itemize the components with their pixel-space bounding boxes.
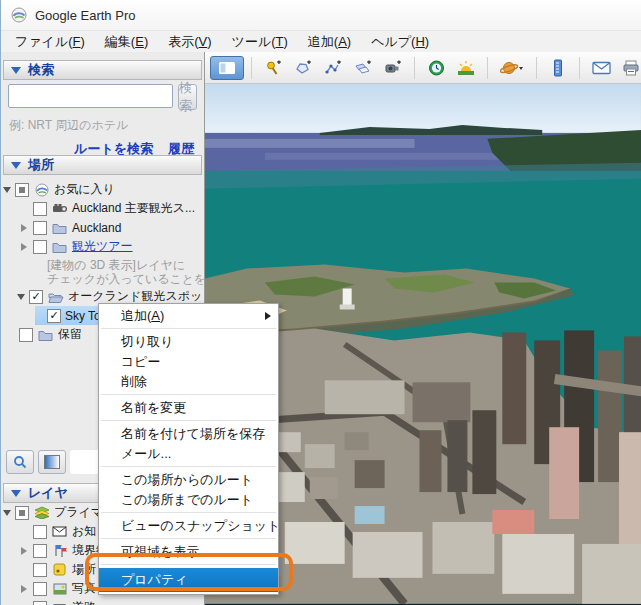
sunlight-button[interactable] [452, 56, 480, 80]
add-path-button[interactable] [319, 56, 347, 80]
clock-icon [428, 60, 445, 76]
collapsed-arrow-icon[interactable] [21, 585, 27, 593]
add-placemark-button[interactable] [259, 56, 287, 80]
sun-icon [457, 60, 475, 76]
folder-icon [37, 328, 54, 342]
collapsed-arrow-icon[interactable] [21, 547, 27, 555]
menu-separator [101, 420, 276, 421]
expanded-arrow-icon[interactable] [17, 294, 25, 300]
menu-item-save-place-as[interactable]: 名前を付けて場所を保存 [99, 424, 278, 444]
tree-item-auckland-tour[interactable]: Auckland 主要観光ス... [21, 199, 204, 218]
checkbox-checked[interactable] [47, 309, 61, 323]
checkbox-unchecked[interactable] [33, 601, 47, 605]
record-tour-button[interactable] [379, 56, 407, 80]
menu-separator [101, 564, 276, 565]
checkbox-unchecked[interactable] [33, 221, 47, 235]
checkbox-partial[interactable] [15, 183, 29, 197]
menu-item-snapshot-view[interactable]: ビューのスナップショット [99, 516, 278, 536]
menu-add[interactable]: 追加(A) [298, 31, 361, 53]
tree-item-label[interactable]: 観光ツアー [72, 238, 133, 255]
opacity-gradient-icon [44, 455, 60, 469]
menu-bar: ファイル(F) 編集(E) 表示(V) ツール(T) 追加(A) ヘルプ(H) [1, 31, 641, 54]
checkbox-unchecked[interactable] [33, 563, 47, 577]
menu-item-add[interactable]: 追加(A) [99, 306, 278, 326]
tree-item-my-places[interactable]: お気に入り [3, 180, 204, 199]
layer-item-roads[interactable]: 道路 [21, 598, 204, 605]
checkbox-unchecked[interactable] [33, 525, 47, 539]
places-panel-title: 場所 [28, 156, 54, 174]
collapsed-arrow-icon[interactable] [21, 224, 27, 232]
checkbox-unchecked[interactable] [33, 202, 47, 216]
sidebar-panel-icon [218, 61, 236, 75]
search-button[interactable]: 検索 [178, 84, 197, 110]
places-panel-header[interactable]: 場所 [3, 155, 202, 175]
search-example-hint: 例: NRT 周辺のホテル [9, 117, 128, 134]
folder-icon [51, 221, 68, 235]
submenu-arrow-icon [265, 312, 271, 320]
menu-separator [101, 538, 276, 539]
layer-item-label: 道路 [72, 599, 96, 605]
checkbox-unchecked[interactable] [19, 328, 33, 342]
checkbox-partial[interactable] [15, 506, 29, 520]
layer-item-label: 写真 [72, 580, 96, 597]
checkbox-unchecked[interactable] [33, 544, 47, 558]
menu-help[interactable]: ヘルプ(H) [361, 31, 439, 53]
menu-item-directions-to[interactable]: この場所までのルート [99, 490, 278, 510]
tree-item-label: お気に入り [54, 181, 115, 198]
ruler-button[interactable] [544, 56, 572, 80]
menu-item-copy[interactable]: コピー [99, 352, 278, 372]
open-folder-icon [47, 290, 64, 304]
print-button[interactable] [617, 56, 641, 80]
toolbar-separator [579, 57, 580, 79]
overlay-icon [354, 60, 372, 76]
checkbox-unchecked[interactable] [33, 582, 47, 596]
search-places-button[interactable] [6, 450, 34, 474]
photo-icon [51, 582, 68, 596]
search-panel-title: 検索 [28, 61, 54, 79]
collapse-arrow-icon[interactable] [11, 162, 21, 169]
menu-separator [101, 394, 276, 395]
google-earth-logo-icon [10, 8, 27, 22]
title-bar[interactable]: Google Earth Pro [1, 0, 641, 31]
menu-file[interactable]: ファイル(F) [5, 31, 95, 53]
add-image-overlay-button[interactable] [349, 56, 377, 80]
collapse-arrow-icon[interactable] [11, 67, 21, 74]
tree-item-auckland-folder[interactable]: Auckland [21, 218, 204, 237]
menu-edit[interactable]: 編集(E) [95, 31, 158, 53]
polygon-icon [294, 60, 312, 76]
add-polygon-button[interactable] [289, 56, 317, 80]
road-icon [51, 601, 68, 605]
historical-imagery-button[interactable] [422, 56, 450, 80]
collapse-arrow-icon[interactable] [11, 490, 21, 497]
collapsed-arrow-icon[interactable] [21, 243, 27, 251]
flags-icon [51, 544, 68, 558]
expanded-arrow-icon[interactable] [3, 187, 11, 193]
earth-globe-icon [33, 183, 50, 197]
tree-item-sightseeing-tour-folder[interactable]: 観光ツアー [21, 237, 204, 256]
opacity-button[interactable] [38, 450, 66, 474]
layers-stack-icon [33, 506, 50, 520]
toggle-sidebar-button[interactable] [210, 56, 244, 80]
menu-item-properties[interactable]: プロパティ [99, 568, 278, 592]
expanded-arrow-icon[interactable] [3, 510, 11, 516]
menu-item-email[interactable]: メール... [99, 444, 278, 464]
window-title: Google Earth Pro [35, 8, 135, 23]
layers-panel-title: レイヤ [28, 484, 68, 502]
search-panel-header[interactable]: 検索 [3, 60, 202, 80]
menu-item-delete[interactable]: 削除 [99, 372, 278, 392]
pushpin-icon [264, 60, 282, 76]
email-button[interactable] [587, 56, 615, 80]
checkbox-unchecked[interactable] [33, 240, 47, 254]
checkbox-checked[interactable] [29, 290, 43, 304]
menu-item-cut[interactable]: 切り取り [99, 332, 278, 352]
menu-item-directions-from[interactable]: この場所からのルート [99, 470, 278, 490]
ruler-icon [553, 59, 563, 77]
search-input[interactable] [8, 84, 173, 108]
menu-view[interactable]: 表示(V) [158, 31, 221, 53]
planets-button[interactable] [495, 56, 529, 80]
tree-item-label: Auckland [72, 221, 121, 235]
menu-item-rename[interactable]: 名前を変更 [99, 398, 278, 418]
menu-item-show-viewshed[interactable]: 可視域を表示 [99, 542, 278, 562]
toolbar-separator [536, 57, 537, 79]
menu-tools[interactable]: ツール(T) [222, 31, 298, 53]
